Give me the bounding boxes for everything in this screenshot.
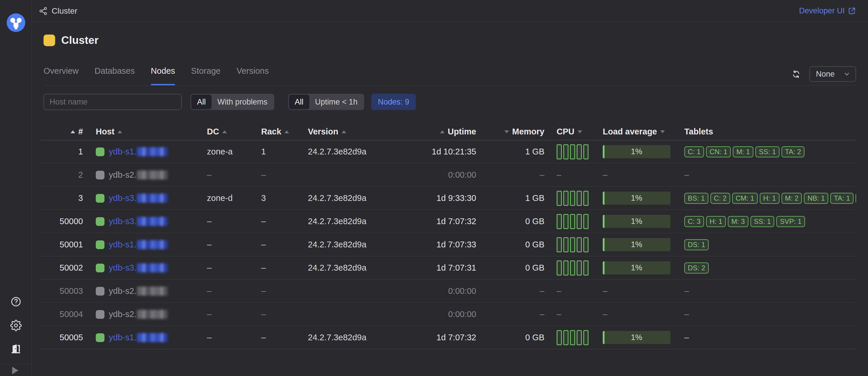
node-status-indicator: [96, 264, 104, 272]
host-link[interactable]: ydb-s3.: [109, 193, 136, 203]
node-status-indicator: [96, 240, 104, 249]
tablet-badge[interactable]: BS: 1: [684, 193, 708, 204]
sidebar-divider: [0, 364, 32, 364]
tablet-badge[interactable]: DS: 2: [684, 262, 709, 273]
tablet-badge[interactable]: TA: 2: [781, 146, 805, 157]
memory-cell: –: [477, 303, 546, 326]
redacted-hostname: [137, 287, 168, 296]
tablet-badge[interactable]: TB: 1: [856, 193, 856, 204]
host-link[interactable]: ydb-s1.: [109, 147, 136, 156]
memory-cell: 0 GB: [477, 326, 546, 349]
cpu-usage-gauge: [557, 260, 589, 276]
tab-nodes[interactable]: Nodes: [151, 66, 175, 85]
tablet-badge[interactable]: M: 2: [781, 193, 802, 204]
cpu-cell: [546, 326, 596, 349]
tablet-badge[interactable]: CN: 1: [706, 146, 731, 157]
tablet-badge[interactable]: SVP: 1: [776, 216, 805, 227]
memory-cell: 0 GB: [477, 256, 546, 279]
cpu-bar: [577, 260, 582, 276]
cpu-cell: [546, 140, 596, 163]
tab-overview[interactable]: Overview: [43, 66, 79, 85]
expand-sidebar-button[interactable]: [12, 367, 18, 374]
column-header-rack[interactable]: Rack: [258, 123, 305, 140]
tab-databases[interactable]: Databases: [95, 66, 135, 85]
table-row: 50000ydb-s3.––24.2.7.3e82d9a1d 7:07:320 …: [41, 210, 856, 233]
help-button[interactable]: [9, 295, 23, 308]
cpu-bar: [557, 260, 562, 276]
refresh-icon: [792, 69, 801, 79]
table-row: 1ydb-s1.zone-a124.2.7.3e82d9a1d 10:21:35…: [41, 140, 856, 164]
cpu-bar: [577, 144, 582, 160]
tab-versions[interactable]: Versions: [237, 66, 269, 85]
tablet-badge[interactable]: SS: 1: [755, 146, 779, 157]
tablet-badge[interactable]: DS: 1: [684, 239, 709, 250]
developer-ui-link[interactable]: Developer UI: [799, 6, 856, 16]
node-status-indicator: [96, 171, 104, 179]
tablet-badge[interactable]: H: 1: [760, 193, 779, 204]
host-link[interactable]: ydb-s1.: [109, 333, 136, 342]
table-row: 50001ydb-s1.––24.2.7.3e82d9a1d 7:07:330 …: [41, 233, 856, 256]
tablet-badge[interactable]: H: 1: [706, 216, 726, 227]
node-status-indicator: [96, 310, 104, 319]
empty-value: –: [261, 310, 266, 319]
column-header-load[interactable]: Load average: [596, 123, 678, 140]
host-name-search-input[interactable]: [43, 94, 182, 110]
problem-filter: All With problems: [190, 94, 274, 110]
tablets-cell: DS: 1: [678, 233, 856, 256]
cpu-bar: [577, 330, 582, 345]
refresh-button[interactable]: [790, 66, 802, 82]
logout-button[interactable]: [9, 342, 23, 355]
tablet-badge[interactable]: NB: 1: [804, 193, 828, 204]
tablet-badge[interactable]: M: 1: [733, 146, 753, 157]
tablet-badge[interactable]: M: 3: [728, 216, 748, 227]
version-cell: 24.2.7.3e82d9a: [305, 140, 395, 163]
node-id-cell: 2: [41, 164, 87, 186]
column-header-tablets[interactable]: Tablets: [678, 123, 856, 140]
uptime-cell: 1d 7:07:33: [395, 233, 477, 256]
column-header-host[interactable]: Host: [87, 123, 203, 140]
node-id-cell: 1: [41, 140, 87, 163]
version-cell: 24.2.7.3e82d9a: [305, 256, 395, 279]
table-header-row: #HostDCRackVersionUptimeMemoryCPULoad av…: [41, 123, 856, 140]
column-header-memory[interactable]: Memory: [477, 123, 546, 140]
nodes-count-badge: Nodes: 9: [371, 94, 416, 110]
column-header-id[interactable]: #: [41, 123, 87, 140]
version-cell: [305, 303, 395, 326]
settings-button[interactable]: [9, 319, 23, 332]
uptime-filter-all[interactable]: All: [289, 95, 309, 109]
rack-cell: –: [258, 210, 305, 233]
tablet-badge[interactable]: CM: 1: [732, 193, 758, 204]
tablet-badge[interactable]: C: 3: [684, 216, 704, 227]
problem-filter-with-problems[interactable]: With problems: [212, 95, 273, 109]
node-id-cell: 50001: [41, 233, 87, 256]
problem-filter-all[interactable]: All: [191, 95, 212, 109]
cpu-bar: [570, 330, 575, 345]
tablet-badge[interactable]: C: 1: [684, 146, 704, 157]
sort-arrow-icon: [440, 131, 444, 133]
tablet-badge[interactable]: SS: 1: [750, 216, 775, 227]
tablets-cell: –: [678, 164, 856, 186]
rack-cell: 1: [258, 140, 305, 163]
tabs-controls: None: [790, 66, 856, 85]
sort-arrow-icon: [222, 131, 227, 133]
host-link[interactable]: ydb-s3.: [109, 216, 136, 226]
tab-storage[interactable]: Storage: [191, 66, 221, 85]
host-link[interactable]: ydb-s1.: [109, 240, 136, 250]
column-header-cpu[interactable]: CPU: [546, 123, 596, 140]
column-header-dc[interactable]: DC: [203, 123, 258, 140]
host-link[interactable]: ydb-s3.: [109, 263, 136, 272]
load-average-bar: 1%: [603, 238, 670, 251]
uptime-filter-lt1h[interactable]: Uptime < 1h: [309, 95, 363, 109]
ydb-logo[interactable]: [7, 13, 25, 32]
column-header-uptime[interactable]: Uptime: [395, 123, 477, 140]
empty-value: –: [684, 286, 689, 296]
node-status-indicator: [96, 333, 104, 342]
tablet-badge[interactable]: TA: 1: [830, 193, 854, 204]
autorefresh-value: None: [816, 70, 835, 79]
tablet-badge[interactable]: C: 2: [710, 193, 730, 204]
column-header-version[interactable]: Version: [305, 123, 395, 140]
autorefresh-select[interactable]: None: [809, 66, 856, 82]
dc-cell: –: [203, 280, 258, 302]
load-average-bar: 1%: [603, 192, 670, 205]
tablets-cell: –: [678, 326, 856, 349]
